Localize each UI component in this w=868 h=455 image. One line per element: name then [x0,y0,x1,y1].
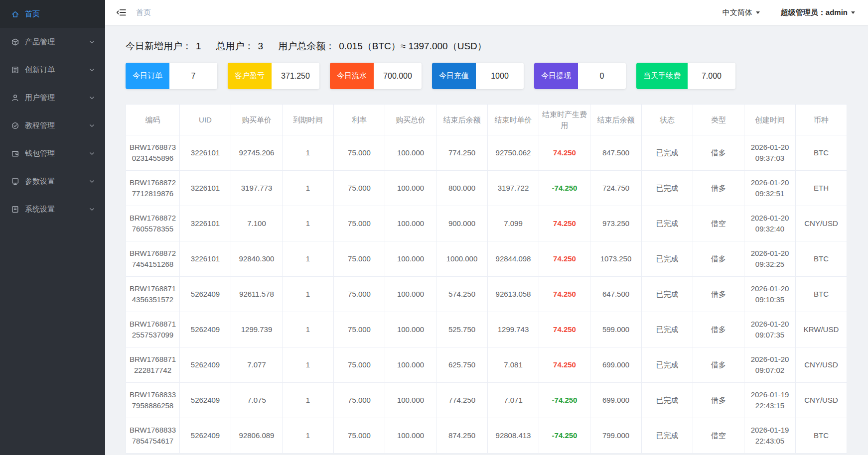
cell-expire: 1 [283,383,334,418]
summary-label: 用户总余额： [278,40,335,53]
cell-end_price: 7.081 [488,347,539,383]
stat-card-label: 今日提现 [534,63,578,89]
cell-type: 借多 [693,383,744,418]
cell-rate: 75.000 [334,418,385,454]
topbar-right: 中文简体 超级管理员：admin [723,8,855,17]
cell-total: 100.000 [385,135,436,171]
table-row: BRW1768872771281987632261013197.773175.0… [126,171,847,206]
sidebar-item-product[interactable]: 产品管理 [0,28,105,56]
cell-created: 2026-01-20 09:32:40 [744,206,796,241]
cell-status: 已完成 [642,418,693,454]
sidebar-item-order[interactable]: 创新订单 [0,56,105,84]
user-menu[interactable]: 超级管理员：admin [781,8,855,17]
topbar: 首页 中文简体 超级管理员：admin [105,0,868,25]
cell-status: 已完成 [642,206,693,241]
stat-card-label: 今日流水 [330,63,374,89]
language-selector[interactable]: 中文简体 [723,8,760,17]
cell-balance_after: 525.750 [436,312,488,347]
cell-expire: 1 [283,347,334,383]
sidebar-item-user[interactable]: 用户管理 [0,84,105,112]
cell-rate: 75.000 [334,277,385,312]
cell-status: 已完成 [642,383,693,418]
cell-balance_after: 625.750 [436,347,488,383]
summary-value: 1 [196,41,201,52]
chevron-down-icon [88,177,96,186]
stat-card-value: 1000 [476,63,524,89]
cell-end_balance: 973.250 [590,206,642,241]
cell-type: 借多 [693,347,744,383]
summary-value: 3 [258,41,264,52]
cell-expire: 1 [283,206,334,241]
cell-uid: 3226101 [180,241,231,277]
product-icon [11,38,19,46]
cell-currency: BTC [796,418,847,454]
chevron-down-icon [88,149,96,158]
column-header: 利率 [334,105,385,135]
cell-fee: 74.250 [539,347,590,383]
cell-status: 已完成 [642,277,693,312]
cell-total: 100.000 [385,277,436,312]
chevron-down-icon [88,205,96,214]
cell-rate: 75.000 [334,135,385,171]
column-header: UID [180,105,231,135]
summary-value: 0.015（BTC）≈ 1397.000（USD） [339,40,487,53]
cell-buy_price: 3197.773 [231,171,283,206]
cell-uid: 5262409 [180,312,231,347]
column-header: 状态 [642,105,693,135]
stat-cards: 今日订单7客户盈亏371.250今日流水700.000今日充值1000今日提现0… [126,63,847,89]
cell-code: BRW17688337958886258 [126,383,180,418]
stat-card-value: 700.000 [374,63,422,89]
sidebar-item-system[interactable]: 系统设置 [0,195,105,223]
cell-end_price: 92750.062 [488,135,539,171]
cell-code: BRW17688727454151268 [126,241,180,277]
cell-type: 借多 [693,135,744,171]
cell-end_balance: 699.000 [590,383,642,418]
cell-created: 2026-01-20 09:32:25 [744,241,796,277]
cell-expire: 1 [283,135,334,171]
sidebar-item-label: 首页 [25,9,40,19]
table-row: BRW176887122281774252624097.077175.00010… [126,347,847,383]
column-header: 结束后余额 [436,105,488,135]
cell-balance_after: 800.000 [436,171,488,206]
cell-end_price: 92613.058 [488,277,539,312]
cell-end_price: 92808.413 [488,418,539,454]
cell-balance_after: 774.250 [436,135,488,171]
sidebar-item-params[interactable]: 参数设置 [0,167,105,195]
cell-created: 2026-01-20 09:32:51 [744,171,796,206]
wallet-icon [11,149,19,158]
cell-expire: 1 [283,171,334,206]
cell-currency: CNY/USD [796,383,847,418]
cell-status: 已完成 [642,241,693,277]
stat-card: 今日订单7 [126,63,217,89]
cell-buy_price: 7.075 [231,383,283,418]
summary-label: 总用户： [216,40,254,53]
cell-status: 已完成 [642,347,693,383]
stat-card: 当天手续费7.000 [636,63,735,89]
cell-fee: -74.250 [539,171,590,206]
cell-end_price: 7.099 [488,206,539,241]
sidebar-item-tutorial[interactable]: 教程管理 [0,112,105,139]
cell-expire: 1 [283,241,334,277]
cell-rate: 75.000 [334,241,385,277]
menu-fold-icon[interactable] [116,8,126,17]
stat-card: 今日充值1000 [432,63,524,89]
params-icon [11,177,19,186]
breadcrumb[interactable]: 首页 [136,8,151,17]
cell-end_balance: 599.000 [590,312,642,347]
chevron-down-icon [88,38,96,46]
cell-code: BRW17688337854754617 [126,418,180,454]
cell-currency: ETH [796,171,847,206]
cell-uid: 3226101 [180,206,231,241]
orders-table: 编码UID购买单价到期时间利率购买总价结束后余额结束时单价结束时产生费用结束后余… [126,104,847,454]
cell-total: 100.000 [385,347,436,383]
cell-status: 已完成 [642,312,693,347]
cell-type: 借多 [693,241,744,277]
chevron-down-icon [851,11,855,14]
sidebar-item-wallet[interactable]: 钱包管理 [0,139,105,167]
user-icon [11,94,19,102]
cell-total: 100.000 [385,383,436,418]
column-header: 创建时间 [744,105,796,135]
cell-total: 100.000 [385,418,436,454]
sidebar-item-home[interactable]: 首页 [0,0,105,28]
table-row: BRW17688337854754617526240992806.089175.… [126,418,847,454]
